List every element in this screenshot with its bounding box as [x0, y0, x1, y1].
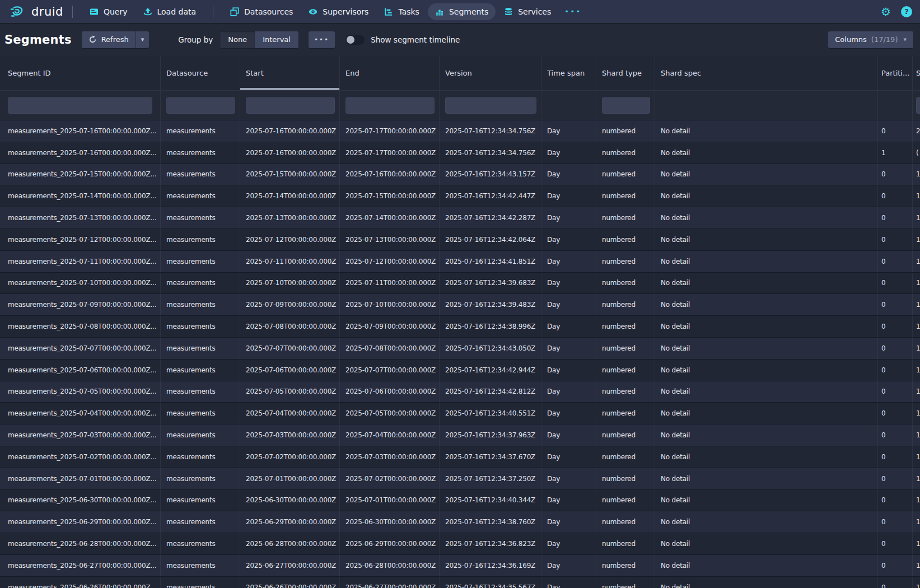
cell-size[interactable]: 1 [913, 381, 920, 403]
cell-partition[interactable]: 0 [878, 185, 913, 207]
filter-input-size[interactable] [916, 97, 920, 114]
cell-start[interactable]: 2025-07-10T00:00:00.000Z [240, 273, 340, 294]
cell-end[interactable]: 2025-06-28T00:00:00.000Z [340, 555, 440, 576]
cell-time-span[interactable]: Day [541, 294, 596, 315]
cell-start[interactable]: 2025-07-06T00:00:00.000Z [240, 360, 340, 381]
refresh-options-caret[interactable]: ▾ [136, 31, 150, 48]
cell-time-span[interactable]: Day [541, 316, 596, 337]
cell-datasource[interactable]: measurements [161, 403, 240, 424]
cell-shard-spec[interactable]: No detail [655, 251, 878, 272]
cell-time-span[interactable]: Day [541, 273, 596, 294]
cell-start[interactable]: 2025-06-26T00:00:00.000Z [240, 577, 340, 588]
cell-shard-type[interactable]: numbered [596, 533, 655, 554]
cell-end[interactable]: 2025-07-14T00:00:00.000Z [340, 207, 440, 228]
cell-datasource[interactable]: measurements [161, 555, 240, 576]
cell-start[interactable]: 2025-07-15T00:00:00.000Z [240, 164, 340, 185]
columns-picker-button[interactable]: Columns (17/19) ▾ [828, 31, 913, 48]
cell-start[interactable]: 2025-07-04T00:00:00.000Z [240, 403, 340, 424]
cell-shard-type[interactable]: numbered [596, 446, 655, 468]
cell-shard-spec[interactable]: No detail [655, 120, 878, 142]
nav-item-services[interactable]: Services [497, 3, 558, 20]
cell-end[interactable]: 2025-07-02T00:00:00.000Z [340, 468, 440, 489]
table-row[interactable]: measurements_2025-07-16T00:00:00.000Z...… [0, 142, 920, 164]
cell-partition[interactable]: 0 [878, 446, 913, 468]
cell-shard-spec[interactable]: No detail [655, 207, 878, 228]
cell-partition[interactable]: 0 [878, 468, 913, 489]
table-row[interactable]: measurements_2025-07-13T00:00:00.000Z...… [0, 207, 920, 229]
cell-segment-id[interactable]: measurements_2025-07-06T00:00:00.000Z... [0, 360, 161, 381]
cell-start[interactable]: 2025-07-16T00:00:00.000Z [240, 142, 340, 164]
cell-time-span[interactable]: Day [541, 555, 596, 576]
cell-size[interactable]: 1 [913, 229, 920, 250]
nav-item-segments[interactable]: Segments [428, 3, 496, 20]
cell-end[interactable]: 2025-07-04T00:00:00.000Z [340, 424, 440, 446]
cell-start[interactable]: 2025-07-05T00:00:00.000Z [240, 381, 340, 403]
cell-shard-type[interactable]: numbered [596, 164, 655, 185]
table-row[interactable]: measurements_2025-07-04T00:00:00.000Z...… [0, 403, 920, 424]
cell-time-span[interactable]: Day [541, 229, 596, 250]
filter-input-start[interactable] [246, 97, 335, 114]
table-row[interactable]: measurements_2025-06-27T00:00:00.000Z...… [0, 555, 920, 577]
cell-segment-id[interactable]: measurements_2025-07-13T00:00:00.000Z... [0, 207, 161, 228]
cell-shard-spec[interactable]: No detail [655, 577, 878, 588]
cell-version[interactable]: 2025-07-16T12:34:42.944Z [440, 360, 541, 381]
cell-size[interactable]: 1 [913, 207, 920, 228]
cell-datasource[interactable]: measurements [161, 577, 240, 588]
cell-end[interactable]: 2025-06-29T00:00:00.000Z [340, 533, 440, 554]
table-row[interactable]: measurements_2025-07-09T00:00:00.000Z...… [0, 294, 920, 316]
cell-shard-spec[interactable]: No detail [655, 316, 878, 337]
cell-time-span[interactable]: Day [541, 511, 596, 533]
cell-time-span[interactable]: Day [541, 577, 596, 588]
cell-version[interactable]: 2025-07-16T12:34:38.760Z [440, 511, 541, 533]
cell-datasource[interactable]: measurements [161, 120, 240, 142]
cell-shard-type[interactable]: numbered [596, 468, 655, 489]
cell-datasource[interactable]: measurements [161, 533, 240, 554]
cell-shard-type[interactable]: numbered [596, 316, 655, 337]
column-header-segment-id[interactable]: Segment ID [0, 56, 161, 90]
cell-partition[interactable]: 0 [878, 338, 913, 359]
cell-start[interactable]: 2025-07-12T00:00:00.000Z [240, 229, 340, 250]
cell-segment-id[interactable]: measurements_2025-07-16T00:00:00.000Z... [0, 120, 161, 142]
cell-partition[interactable]: 0 [878, 403, 913, 424]
cell-start[interactable]: 2025-07-13T00:00:00.000Z [240, 207, 340, 228]
settings-gear-icon[interactable]: ⚙ [881, 6, 891, 17]
cell-datasource[interactable]: measurements [161, 142, 240, 164]
cell-end[interactable]: 2025-07-03T00:00:00.000Z [340, 446, 440, 468]
cell-end[interactable]: 2025-07-10T00:00:00.000Z [340, 294, 440, 315]
cell-version[interactable]: 2025-07-16T12:34:42.064Z [440, 229, 541, 250]
cell-end[interactable]: 2025-06-30T00:00:00.000Z [340, 511, 440, 533]
cell-partition[interactable]: 0 [878, 577, 913, 588]
cell-time-span[interactable]: Day [541, 142, 596, 164]
segment-timeline-toggle[interactable] [345, 35, 365, 45]
cell-start[interactable]: 2025-07-16T00:00:00.000Z [240, 120, 340, 142]
cell-segment-id[interactable]: measurements_2025-07-15T00:00:00.000Z... [0, 164, 161, 185]
cell-datasource[interactable]: measurements [161, 381, 240, 403]
cell-size[interactable]: 1 [913, 490, 920, 511]
cell-shard-type[interactable]: numbered [596, 424, 655, 446]
cell-start[interactable]: 2025-07-03T00:00:00.000Z [240, 424, 340, 446]
cell-shard-spec[interactable]: No detail [655, 142, 878, 164]
filter-input-shard-type[interactable] [602, 97, 650, 114]
cell-partition[interactable]: 0 [878, 360, 913, 381]
cell-shard-type[interactable]: numbered [596, 403, 655, 424]
cell-datasource[interactable]: measurements [161, 294, 240, 315]
cell-datasource[interactable]: measurements [161, 490, 240, 511]
cell-start[interactable]: 2025-07-08T00:00:00.000Z [240, 316, 340, 337]
cell-time-span[interactable]: Day [541, 251, 596, 272]
cell-partition[interactable]: 1 [878, 142, 913, 164]
cell-shard-spec[interactable]: No detail [655, 164, 878, 185]
group-by-none-button[interactable]: None [220, 31, 255, 48]
cell-start[interactable]: 2025-07-07T00:00:00.000Z [240, 338, 340, 359]
table-row[interactable]: measurements_2025-07-08T00:00:00.000Z...… [0, 316, 920, 338]
cell-shard-spec[interactable]: No detail [655, 381, 878, 403]
cell-shard-type[interactable]: numbered [596, 273, 655, 294]
cell-datasource[interactable]: measurements [161, 164, 240, 185]
cell-size[interactable]: ( [913, 142, 920, 164]
cell-segment-id[interactable]: measurements_2025-06-30T00:00:00.000Z... [0, 490, 161, 511]
cell-size[interactable]: 1 [913, 446, 920, 468]
cell-time-span[interactable]: Day [541, 403, 596, 424]
filter-input-segment-id[interactable] [8, 97, 152, 114]
cell-shard-type[interactable]: numbered [596, 511, 655, 533]
cell-partition[interactable]: 0 [878, 294, 913, 315]
nav-item-datasources[interactable]: Datasources [223, 3, 300, 20]
